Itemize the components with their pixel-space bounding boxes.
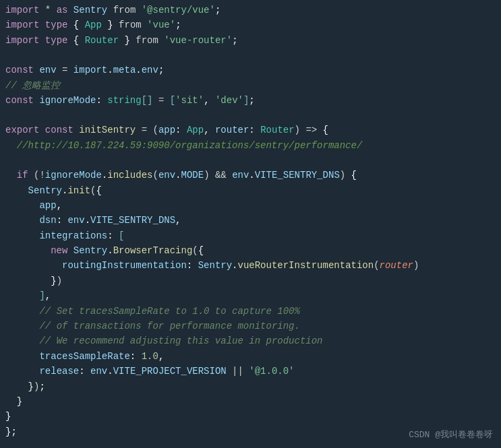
- code-line: Sentry . init ( {: [0, 183, 501, 198]
- code-line: export const initSentry = ( app : App , …: [0, 123, 501, 137]
- code-line: integrations : [: [0, 228, 501, 243]
- code-line: app ,: [0, 198, 501, 213]
- code-line: ] ,: [0, 288, 501, 303]
- code-line: routingInstrumentation : Sentry . vueRou…: [0, 258, 501, 273]
- code-line: import type { App } from 'vue' ;: [0, 18, 501, 32]
- code-line: } ) ;: [0, 379, 501, 394]
- code-editor: import * as Sentry from '@sentry/vue' ; …: [0, 0, 501, 448]
- code-line: // Set tracesSampleRate to 1.0 to captur…: [0, 304, 501, 319]
- code-line: const ignoreMode : string [] = [ 'sit' ,…: [0, 93, 501, 108]
- code-line: } ): [0, 274, 501, 288]
- code-line: //http://10.187.224.59:9090/organization…: [0, 138, 501, 153]
- keyword: import: [5, 3, 39, 18]
- code-line: import type { Router } from 'vue-router'…: [0, 33, 501, 48]
- code-line: // 忽略监控: [0, 78, 501, 93]
- code-line: }: [0, 409, 501, 424]
- code-line: if (! ignoreMode . includes ( env . MODE…: [0, 168, 501, 183]
- code-line: release : env . VITE_PROJECT_VERSION || …: [0, 364, 501, 379]
- code-line-empty: [0, 48, 501, 63]
- code-line-empty: [0, 108, 501, 123]
- code-line-empty: [0, 153, 501, 168]
- code-line: }: [0, 394, 501, 409]
- code-line: // of transactions for performance monit…: [0, 319, 501, 333]
- code-line: dsn : env . VITE_SENTRY_DNS ,: [0, 213, 501, 228]
- watermark: CSDN @我叫卷卷卷呀: [409, 428, 493, 443]
- code-line: new Sentry . BrowserTracing ( {: [0, 243, 501, 258]
- code-line: import * as Sentry from '@sentry/vue' ;: [0, 3, 501, 18]
- code-line: // We recommend adjusting this value in …: [0, 333, 501, 348]
- code-line: const env = import . meta . env ;: [0, 63, 501, 77]
- code-line: tracesSampleRate : 1.0 ,: [0, 349, 501, 364]
